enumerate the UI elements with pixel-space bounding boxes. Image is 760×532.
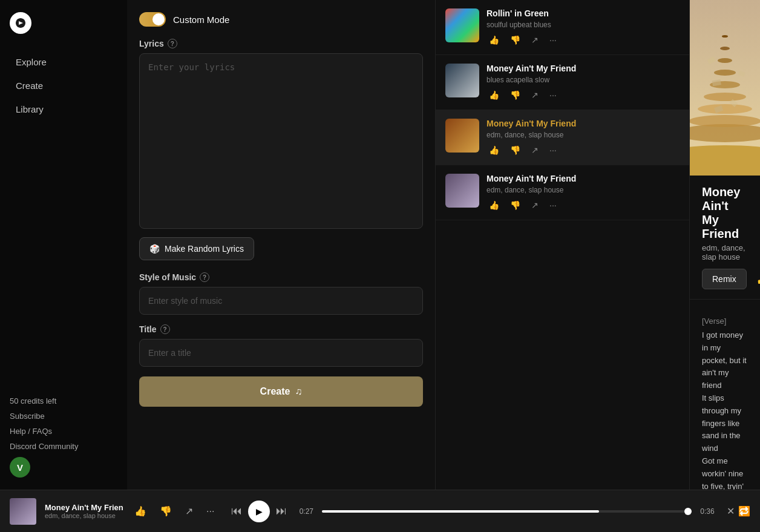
song-item[interactable]: Money Ain't My Friend edm, dance, slap h… (436, 165, 689, 220)
song-thumbnail (445, 8, 479, 42)
user-avatar[interactable]: V (10, 457, 30, 478)
detail-meta: Money Ain't My Friend edm, dance, slap h… (690, 176, 760, 300)
sidebar: Explore Create Library 50 credits left S… (0, 0, 127, 490)
player-progress-area: 0:27 0:36 (295, 507, 718, 516)
svg-point-8 (718, 58, 732, 63)
prev-button[interactable]: ⏮ (231, 505, 242, 517)
style-help-icon[interactable]: ? (200, 272, 209, 282)
sidebar-nav: Explore Create Library (10, 52, 117, 119)
song-item[interactable]: Rollin' in Green soulful upbeat blues 👍 … (436, 0, 689, 55)
song-thumbnail (445, 64, 479, 97)
lyrics-line: Got me workin' nine to five, tryin' to m… (702, 455, 748, 490)
app-logo[interactable] (10, 12, 31, 34)
dislike-button[interactable]: 👎 (508, 144, 523, 156)
song-title: Money Ain't My Friend (486, 174, 680, 183)
progress-bar[interactable] (322, 510, 692, 513)
share-button[interactable]: ↗ (529, 144, 541, 156)
share-button[interactable]: ↗ (529, 199, 541, 211)
remix-button[interactable]: Remix (702, 269, 747, 289)
dislike-button[interactable]: 👎 (508, 89, 523, 101)
sidebar-item-create[interactable]: Create (10, 76, 117, 96)
custom-mode-label: Custom Mode (173, 15, 229, 25)
expand-button[interactable]: ✕ (727, 505, 735, 517)
share-button[interactable]: ↗ (529, 34, 541, 46)
svg-point-7 (714, 70, 736, 76)
sidebar-item-explore[interactable]: Explore (10, 52, 117, 72)
song-info: Rollin' in Green soulful upbeat blues 👍 … (486, 8, 680, 46)
share-button[interactable]: ↗ (529, 89, 541, 101)
player-like-button[interactable]: 👍 (132, 503, 149, 519)
current-time: 0:27 (295, 507, 317, 516)
detail-lyrics: [Verse] I got money in my pocket, but it… (690, 300, 760, 490)
player-extra-buttons: ✕ 🔁 (727, 505, 750, 517)
detail-panel: Money Ain't My Friend edm, dance, slap h… (690, 0, 760, 490)
song-actions: 👍 👎 ↗ ··· (486, 199, 680, 211)
song-actions: 👍 👎 ↗ ··· (486, 144, 680, 156)
song-info: Money Ain't My Friend edm, dance, slap h… (486, 174, 680, 211)
more-button[interactable]: ··· (547, 34, 559, 46)
svg-point-1 (690, 145, 760, 176)
total-time: 0:36 (696, 507, 718, 516)
make-random-button[interactable]: 🎲 Make Random Lyrics (139, 237, 254, 260)
song-title-active: Money Ain't My Friend (486, 119, 680, 128)
create-button-label: Create (260, 386, 290, 397)
next-button[interactable]: ⏭ (276, 505, 287, 517)
detail-title: Money Ain't My Friend (702, 185, 748, 241)
discord-link[interactable]: Discord Community (10, 442, 117, 451)
song-title: Money Ain't My Friend (486, 64, 680, 73)
title-label: Title ? (139, 324, 423, 334)
song-title: Rollin' in Green (486, 8, 680, 18)
title-input[interactable] (139, 339, 423, 367)
custom-mode-row: Custom Mode (139, 12, 423, 27)
song-info: Money Ain't My Friend edm, dance, slap h… (486, 119, 680, 156)
song-thumbnail (445, 119, 479, 153)
more-button[interactable]: ··· (547, 89, 559, 101)
style-input[interactable] (139, 287, 423, 315)
song-thumbnail (445, 174, 479, 208)
lyrics-input[interactable] (139, 53, 423, 229)
player-genre: edm, dance, slap house (45, 512, 123, 519)
sidebar-item-library[interactable]: Library (10, 99, 117, 119)
song-item-active[interactable]: Money Ain't My Friend edm, dance, slap h… (436, 110, 689, 165)
lyrics-help-icon[interactable]: ? (168, 39, 177, 48)
detail-genre: edm, dance, slap house (702, 243, 748, 261)
title-help-icon[interactable]: ? (160, 324, 170, 334)
more-button[interactable]: ··· (547, 199, 559, 211)
create-panel: Custom Mode Lyrics ? 🎲 Make Random Lyric… (127, 0, 436, 490)
svg-point-10 (722, 35, 728, 38)
style-label: Style of Music ? (139, 272, 423, 282)
create-button[interactable]: Create ♫ (139, 376, 423, 407)
song-genre: soulful upbeat blues (486, 21, 680, 29)
song-genre: edm, dance, slap house (486, 186, 680, 194)
like-button[interactable]: 👍 (486, 144, 502, 156)
svg-point-4 (698, 104, 752, 114)
more-button[interactable]: ··· (547, 144, 559, 156)
song-item[interactable]: Money Ain't My Friend blues acapella slo… (436, 55, 689, 110)
repeat-button[interactable]: 🔁 (738, 505, 750, 517)
play-button[interactable]: ▶ (248, 501, 270, 522)
help-link[interactable]: Help / FAQs (10, 427, 117, 436)
dislike-button[interactable]: 👎 (508, 199, 523, 211)
detail-like-button[interactable]: 👍 (753, 271, 760, 287)
bottom-player: Money Ain't My Frien edm, dance, slap ho… (0, 490, 760, 532)
custom-mode-toggle[interactable] (139, 12, 166, 27)
svg-point-5 (704, 93, 746, 101)
like-button[interactable]: 👍 (486, 199, 502, 211)
player-share-button[interactable]: ↗ (183, 503, 195, 519)
dislike-button[interactable]: 👎 (508, 34, 523, 46)
detail-artwork (690, 0, 760, 176)
player-more-button[interactable]: ··· (204, 504, 217, 519)
like-button[interactable]: 👍 (486, 34, 502, 46)
svg-point-3 (690, 115, 760, 127)
like-button[interactable]: 👍 (486, 89, 502, 101)
player-dislike-button[interactable]: 👎 (157, 503, 174, 519)
song-info: Money Ain't My Friend blues acapella slo… (486, 64, 680, 101)
song-genre: edm, dance, slap house (486, 131, 680, 139)
player-title: Money Ain't My Frien (45, 503, 123, 512)
svg-point-9 (720, 47, 730, 50)
player-info: Money Ain't My Frien edm, dance, slap ho… (45, 503, 123, 519)
sidebar-bottom: 50 credits left Subscribe Help / FAQs Di… (10, 396, 117, 478)
lyrics-line: It slips through my fingers like sand in… (702, 392, 748, 455)
subscribe-link[interactable]: Subscribe (10, 412, 117, 421)
player-controls: ⏮ ▶ ⏭ (231, 501, 287, 522)
